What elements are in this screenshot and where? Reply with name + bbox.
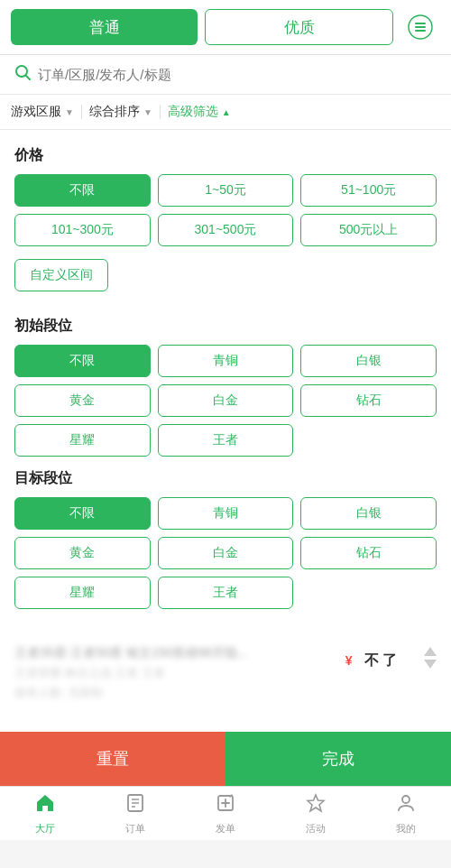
arrow-down-icon xyxy=(424,660,437,669)
nav-item-profile[interactable]: 我的 xyxy=(361,792,451,836)
target-rank-star[interactable]: 星耀 xyxy=(14,577,151,609)
nav-item-orders[interactable]: 订单 xyxy=(90,792,180,836)
target-rank-section: 目标段位 不限 青铜 白银 黄金 白金 钻石 星耀 王者 xyxy=(14,469,437,609)
chevron-down-icon-2: ▼ xyxy=(143,107,152,117)
menu-icon xyxy=(408,14,433,40)
filter-sort-label: 综合排序 xyxy=(89,104,140,120)
filter-sort[interactable]: 综合排序 ▼ xyxy=(89,104,152,120)
profile-icon xyxy=(395,792,417,819)
overlay-blur xyxy=(0,634,451,732)
price-btn-1-50[interactable]: 1~50元 xyxy=(158,174,294,207)
filter-region[interactable]: 游戏区服 ▼ xyxy=(11,104,74,120)
post-icon xyxy=(215,792,236,819)
arrow-up-icon xyxy=(424,647,437,656)
initial-rank-btn-grid: 不限 青铜 白银 黄金 白金 钻石 星耀 王者 xyxy=(14,345,437,457)
nav-label-orders: 订单 xyxy=(125,822,145,836)
target-rank-king[interactable]: 王者 xyxy=(158,577,294,609)
nav-item-activity[interactable]: 活动 xyxy=(271,792,361,836)
initial-rank-silver[interactable]: 白银 xyxy=(300,345,437,377)
initial-rank-bronze[interactable]: 青铜 xyxy=(158,345,294,377)
svg-line-5 xyxy=(26,76,30,79)
initial-rank-star[interactable]: 星耀 xyxy=(14,424,151,457)
initial-rank-platinum[interactable]: 白金 xyxy=(158,384,294,417)
target-rank-title: 目标段位 xyxy=(14,469,437,488)
nav-item-post[interactable]: 发单 xyxy=(180,792,271,836)
initial-rank-section: 初始段位 不限 青铜 白银 黄金 白金 钻石 星耀 王者 xyxy=(14,317,437,457)
initial-rank-title: 初始段位 xyxy=(14,317,437,336)
target-rank-platinum[interactable]: 白金 xyxy=(158,537,294,569)
filter-advanced[interactable]: 高级筛选 ▲ xyxy=(168,104,231,120)
nav-label-profile: 我的 xyxy=(396,822,416,836)
tab-normal[interactable]: 普通 xyxy=(11,9,198,45)
done-button[interactable]: 完成 xyxy=(226,732,451,786)
svg-rect-2 xyxy=(415,26,426,28)
filter-divider-2 xyxy=(160,105,161,119)
target-rank-btn-grid: 不限 青铜 白银 黄金 白金 钻石 星耀 王者 xyxy=(14,497,437,609)
price-btn-101-300[interactable]: 101~300元 xyxy=(14,214,151,246)
activity-icon xyxy=(305,792,327,819)
svg-rect-3 xyxy=(415,30,426,32)
target-rank-unlimited[interactable]: 不限 xyxy=(14,497,151,530)
price-section: 价格 不限 1~50元 51~100元 101~300元 301~500元 50… xyxy=(14,146,437,304)
price-btn-unlimited[interactable]: 不限 xyxy=(14,174,151,207)
target-rank-gold[interactable]: 黄金 xyxy=(14,537,151,569)
initial-rank-diamond[interactable]: 钻石 xyxy=(300,384,437,417)
svg-point-14 xyxy=(402,796,410,803)
chevron-down-icon: ▼ xyxy=(65,107,74,117)
action-buttons: 重置 完成 xyxy=(0,732,451,786)
filter-region-label: 游戏区服 xyxy=(11,104,61,120)
search-icon xyxy=(14,64,31,85)
price-btn-grid: 不限 1~50元 51~100元 101~300元 301~500元 500元以… xyxy=(14,174,437,246)
initial-rank-king[interactable]: 王者 xyxy=(158,424,294,457)
home-icon xyxy=(34,792,56,819)
search-bar xyxy=(0,55,451,95)
overlay-area: 王者35星-王者50星 铭文150英雄98开隐... 王者荣耀 峡谷之战 王者 … xyxy=(0,634,451,732)
target-rank-diamond[interactable]: 钻石 xyxy=(300,537,437,569)
reset-button[interactable]: 重置 xyxy=(0,732,226,786)
menu-icon-button[interactable] xyxy=(400,9,440,45)
initial-rank-unlimited[interactable]: 不限 xyxy=(14,345,151,377)
target-rank-bronze[interactable]: 青铜 xyxy=(158,497,294,530)
overlay-arrows xyxy=(424,647,437,669)
nav-item-lobby[interactable]: 大厅 xyxy=(0,792,90,836)
bottom-nav: 大厅 订单 发单 活动 xyxy=(0,786,451,840)
filter-row: 游戏区服 ▼ 综合排序 ▼ 高级筛选 ▲ xyxy=(0,95,451,130)
orders-icon xyxy=(124,792,146,819)
price-section-title: 价格 xyxy=(14,146,437,165)
target-rank-silver[interactable]: 白银 xyxy=(300,497,437,530)
svg-rect-1 xyxy=(415,23,426,24)
nav-label-lobby: 大厅 xyxy=(35,822,55,836)
top-tab-bar: 普通 优质 xyxy=(0,0,451,55)
tab-premium[interactable]: 优质 xyxy=(205,9,393,45)
main-content: 价格 不限 1~50元 51~100元 101~300元 301~500元 50… xyxy=(0,130,451,634)
price-custom-range-btn[interactable]: 自定义区间 xyxy=(14,259,108,291)
filter-advanced-label: 高级筛选 xyxy=(168,104,218,120)
chevron-up-icon: ▲ xyxy=(222,107,231,117)
price-btn-301-500[interactable]: 301~500元 xyxy=(158,214,294,246)
svg-marker-13 xyxy=(308,795,324,811)
svg-point-4 xyxy=(16,66,27,77)
nav-label-activity: 活动 xyxy=(306,822,326,836)
search-input[interactable] xyxy=(38,67,437,82)
price-btn-51-100[interactable]: 51~100元 xyxy=(300,174,437,207)
filter-divider-1 xyxy=(81,105,82,119)
price-btn-500plus[interactable]: 500元以上 xyxy=(300,214,437,246)
initial-rank-gold[interactable]: 黄金 xyxy=(14,384,151,417)
overlay-price: ¥ 不 了 xyxy=(345,651,397,670)
nav-label-post: 发单 xyxy=(216,822,235,836)
